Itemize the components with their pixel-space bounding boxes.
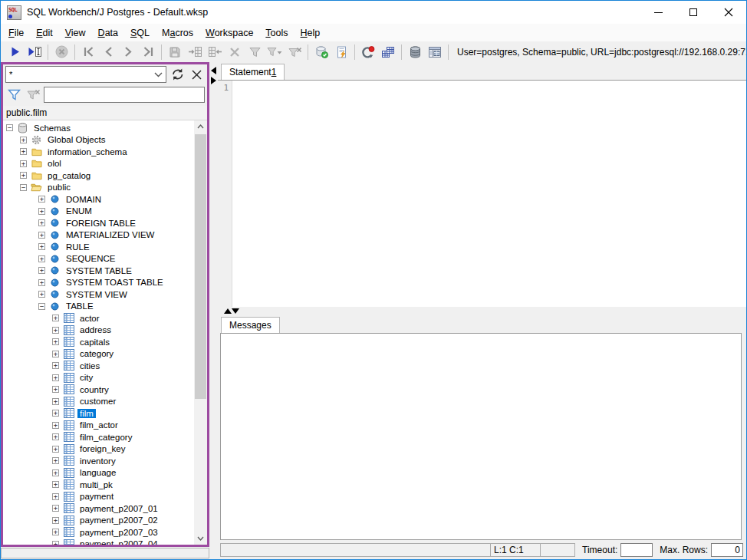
tree-item-rule[interactable]: +RULE (3, 241, 194, 253)
tree-item-foreign-key[interactable]: +foreign_key (3, 443, 194, 456)
tree-item-payment-p2007-01[interactable]: +payment_p2007_01 (3, 502, 194, 515)
tree-item-multi-pk[interactable]: +multi_pk (3, 479, 194, 491)
expand-icon[interactable]: + (52, 362, 59, 369)
tree-item-olol[interactable]: +olol (3, 158, 194, 170)
menu-help[interactable]: Help (295, 25, 327, 41)
scrollbar-up-button[interactable] (194, 120, 207, 133)
expand-icon[interactable]: + (38, 219, 45, 226)
expand-icon[interactable]: + (52, 493, 59, 500)
menu-sql[interactable]: SQL (124, 25, 156, 41)
menu-file[interactable]: File (2, 25, 30, 41)
minimize-button[interactable] (640, 1, 676, 24)
expand-icon[interactable]: + (52, 541, 59, 545)
expand-icon[interactable]: + (52, 410, 59, 417)
collapse-left-icon[interactable] (211, 67, 216, 74)
expand-icon[interactable]: + (38, 255, 45, 262)
menu-edit[interactable]: Edit (30, 25, 59, 41)
expand-icon[interactable]: + (52, 338, 59, 345)
commit-button[interactable] (311, 43, 331, 61)
database-connection-button[interactable] (405, 43, 425, 61)
tree-item-sequence[interactable]: +SEQUENCE (3, 253, 194, 265)
expand-icon[interactable]: + (52, 315, 59, 321)
tree-item-foreign-table[interactable]: +FOREIGN TABLE (3, 217, 194, 229)
collapse-right-icon[interactable] (211, 77, 216, 84)
expand-icon[interactable]: + (52, 517, 59, 524)
expand-icon[interactable]: + (52, 374, 59, 381)
collapse-down-icon[interactable] (232, 308, 239, 314)
tree-item-film[interactable]: +film (3, 407, 194, 420)
expand-icon[interactable]: + (52, 446, 59, 453)
tree-item-category[interactable]: +category (3, 348, 194, 361)
vertical-splitter[interactable] (209, 62, 218, 559)
expand-icon[interactable]: + (20, 160, 27, 167)
expand-icon[interactable]: + (52, 422, 59, 429)
tree-item-information-schema[interactable]: +information_schema (3, 146, 194, 158)
expand-icon[interactable]: + (38, 232, 45, 239)
tree-item-payment-p2007-04[interactable]: +payment_p2007_04 (3, 539, 194, 545)
tree-item-actor[interactable]: +actor (3, 312, 194, 324)
tree-item-language[interactable]: +language (3, 467, 194, 479)
last-row-button[interactable] (138, 43, 158, 61)
tree-item-table[interactable]: −TABLE (3, 301, 194, 313)
tree-scrollbar[interactable] (194, 120, 207, 545)
tree-item-enum[interactable]: +ENUM (3, 206, 194, 218)
tree-item-system-view[interactable]: +SYSTEM VIEW (3, 288, 194, 301)
expand-icon[interactable]: + (52, 386, 59, 393)
first-row-button[interactable] (78, 43, 98, 61)
collapse-icon[interactable]: − (38, 303, 45, 310)
timeout-input[interactable] (620, 543, 653, 557)
execute-current-button[interactable] (25, 43, 44, 61)
db-tree[interactable]: −Schemas+Global Objects+information_sche… (3, 120, 194, 545)
tree-item-materialized-view[interactable]: +MATERIALIZED VIEW (3, 229, 194, 242)
tree-item-domain[interactable]: +DOMAIN (3, 193, 194, 206)
maxrows-input[interactable] (711, 543, 743, 557)
tree-item-cities[interactable]: +cities (3, 360, 194, 372)
tree-item-schemas[interactable]: −Schemas (3, 122, 194, 134)
database-explorer-button[interactable] (425, 43, 445, 61)
profile-selector[interactable]: * (5, 66, 166, 83)
tree-item-inventory[interactable]: +inventory (3, 455, 194, 467)
tree-item-global-objects[interactable]: +Global Objects (3, 134, 194, 147)
collapse-icon[interactable]: − (20, 184, 27, 191)
horizontal-splitter[interactable] (218, 307, 746, 315)
expand-icon[interactable]: + (52, 529, 59, 535)
expand-icon[interactable]: + (52, 469, 59, 476)
tree-item-pg-catalog[interactable]: +pg_catalog (3, 170, 194, 182)
menu-view[interactable]: View (59, 25, 92, 41)
collapse-icon[interactable]: − (6, 124, 13, 131)
expand-icon[interactable]: + (52, 433, 59, 440)
expand-icon[interactable]: + (52, 327, 59, 334)
scrollbar-thumb[interactable] (195, 134, 206, 399)
expand-icon[interactable]: + (38, 243, 45, 250)
maximize-button[interactable] (676, 1, 711, 24)
tab-statement-1[interactable]: Statement 1 (221, 64, 285, 80)
tab-messages[interactable]: Messages (221, 317, 280, 333)
tree-item-system-toast-table[interactable]: +SYSTEM TOAST TABLE (3, 277, 194, 289)
next-row-button[interactable] (118, 43, 138, 61)
menu-data[interactable]: Data (92, 25, 124, 41)
rollback-button[interactable] (358, 43, 378, 61)
execute-script-button[interactable] (331, 43, 351, 61)
tree-item-public[interactable]: −public (3, 182, 194, 194)
expand-icon[interactable]: + (52, 481, 59, 488)
tree-item-payment-p2007-02[interactable]: +payment_p2007_02 (3, 515, 194, 527)
tree-item-city[interactable]: +city (3, 372, 194, 384)
expand-icon[interactable]: + (52, 457, 59, 464)
tree-filter-input[interactable] (44, 87, 205, 103)
expand-icon[interactable]: + (20, 172, 27, 179)
menu-workspace[interactable]: Workspace (199, 25, 259, 41)
expand-icon[interactable]: + (52, 398, 59, 405)
data-pumper-button[interactable] (378, 43, 398, 61)
expand-icon[interactable]: + (38, 279, 45, 286)
tree-item-customer[interactable]: +customer (3, 396, 194, 408)
expand-icon[interactable]: + (20, 148, 27, 155)
tree-item-payment-p2007-03[interactable]: +payment_p2007_03 (3, 526, 194, 539)
editor-text-area[interactable] (232, 81, 746, 307)
apply-filter-button[interactable] (5, 86, 22, 103)
menu-tools[interactable]: Tools (259, 25, 294, 41)
tree-item-payment[interactable]: +payment (3, 491, 194, 503)
previous-row-button[interactable] (98, 43, 118, 61)
collapse-up-icon[interactable] (224, 308, 232, 314)
execute-all-button[interactable] (5, 43, 25, 61)
expand-icon[interactable]: + (38, 291, 45, 298)
